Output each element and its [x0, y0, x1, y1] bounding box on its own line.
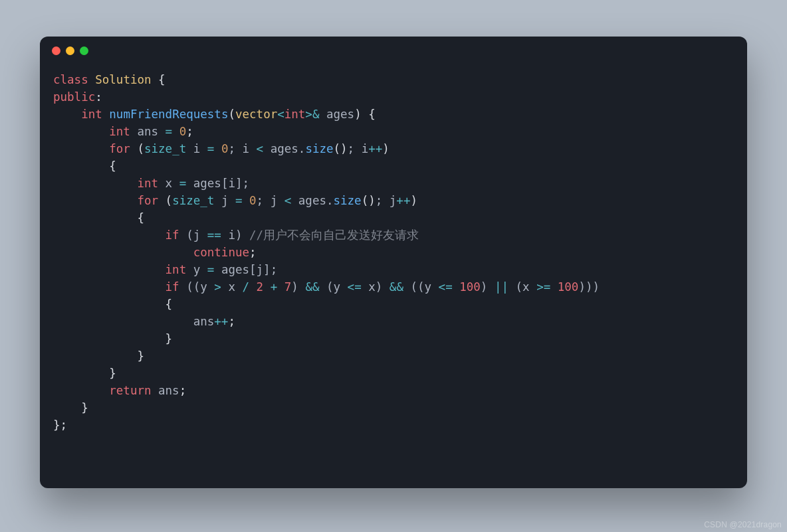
code-token — [249, 280, 257, 294]
code-token: { — [152, 73, 166, 86]
code-token: ( — [158, 194, 172, 207]
code-token: ; — [179, 384, 187, 397]
code-token: <= — [348, 280, 362, 294]
code-token — [53, 315, 193, 328]
code-token: ++ — [368, 142, 382, 155]
code-token: < — [284, 194, 292, 207]
code-token — [243, 194, 250, 207]
code-token: && — [390, 280, 403, 294]
code-token: ) — [291, 280, 305, 294]
code-token: 100 — [459, 280, 481, 294]
code-token — [53, 211, 137, 224]
code-token: : — [95, 90, 102, 104]
code-token: return — [109, 384, 151, 397]
code-token: ; — [186, 125, 193, 138]
code-token: < — [277, 108, 284, 121]
code-token: for — [137, 194, 158, 207]
code-token: int — [284, 108, 306, 121]
code-token: == — [207, 228, 221, 242]
code-token: (y — [319, 280, 347, 294]
code-token: <= — [439, 280, 453, 294]
code-token: Solution — [95, 73, 151, 86]
code-token: if — [166, 228, 179, 242]
code-token: ) { — [354, 108, 376, 121]
code-token: numFriendRequests — [109, 108, 228, 121]
code-token — [172, 125, 179, 138]
code-token: 0 — [221, 142, 229, 155]
code-token — [53, 298, 166, 311]
code-token: = — [235, 194, 243, 207]
code-token: if — [166, 280, 179, 294]
code-token: ((y — [403, 280, 439, 294]
code-token: ((y — [179, 280, 215, 294]
code-token: 2 — [257, 280, 264, 294]
code-token: int — [137, 177, 158, 190]
code-token: j — [214, 194, 235, 207]
code-token — [53, 367, 109, 380]
code-token: { — [166, 298, 173, 311]
code-token: int — [166, 263, 187, 276]
code-token: ages. — [291, 194, 333, 207]
code-token: x — [158, 177, 179, 190]
code-token: 100 — [558, 280, 579, 294]
code-token: = — [166, 125, 173, 138]
code-token: ; i — [348, 142, 369, 155]
code-token: ages. — [263, 142, 305, 155]
code-token — [214, 142, 221, 155]
code-token: int — [81, 108, 102, 121]
code-token: >= — [536, 280, 550, 294]
code-token — [53, 228, 166, 242]
code-token: continue — [193, 246, 249, 259]
code-window: class Solution { public: int numFriendRe… — [40, 37, 747, 488]
code-token: > — [214, 280, 221, 294]
code-token — [53, 142, 109, 155]
code-token: && — [305, 280, 319, 294]
code-token: ans — [193, 315, 215, 328]
code-token: ; — [249, 246, 257, 259]
code-block: class Solution { public: int numFriendRe… — [40, 64, 747, 434]
code-token: size_t — [144, 142, 186, 155]
maximize-icon[interactable] — [80, 46, 88, 55]
code-token: i — [186, 142, 207, 155]
code-token: } — [81, 401, 88, 414]
code-token: size — [305, 142, 333, 155]
code-token — [53, 125, 109, 138]
code-token: ages — [319, 108, 354, 121]
code-token: ; i — [228, 142, 256, 155]
code-token: ) — [382, 142, 390, 155]
code-token: (j — [179, 228, 207, 242]
code-token: () — [334, 142, 348, 155]
code-token — [53, 108, 81, 121]
code-token: }; — [53, 418, 67, 432]
code-token: ages[i]; — [186, 177, 249, 190]
code-token: } — [166, 332, 173, 345]
code-token: class — [53, 73, 88, 86]
code-token: 7 — [284, 280, 292, 294]
code-token — [53, 349, 137, 363]
code-token: x — [221, 280, 243, 294]
code-token: size_t — [172, 194, 214, 207]
minimize-icon[interactable] — [66, 46, 74, 55]
code-token: < — [257, 142, 264, 155]
code-token: ; j — [376, 194, 397, 207]
code-token: = — [207, 142, 215, 155]
code-token: size — [334, 194, 362, 207]
code-token: ans — [152, 384, 179, 397]
code-token — [53, 384, 109, 397]
code-token: x) — [362, 280, 390, 294]
window-titlebar — [40, 37, 747, 64]
code-token: ( — [228, 108, 235, 121]
code-token — [53, 280, 166, 294]
code-token: || — [495, 280, 508, 294]
code-token — [53, 194, 137, 207]
code-token: ))) — [578, 280, 600, 294]
code-token: } — [137, 349, 144, 363]
close-icon[interactable] — [52, 46, 60, 55]
code-token: ages[j]; — [214, 263, 277, 276]
watermark-text: CSDN @2021dragon — [704, 520, 782, 529]
code-token: int — [109, 125, 130, 138]
code-token — [53, 263, 166, 276]
code-token — [53, 401, 81, 414]
code-token: / — [243, 280, 250, 294]
code-token: >& — [305, 108, 319, 121]
